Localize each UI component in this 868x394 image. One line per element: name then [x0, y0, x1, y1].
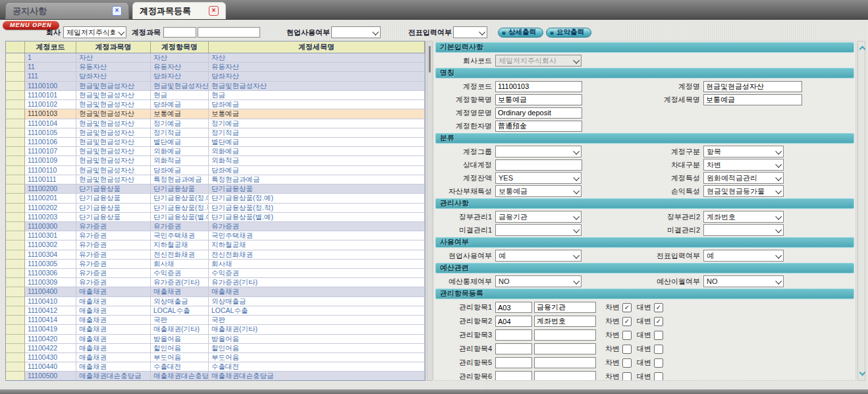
- account-code-from-input[interactable]: [163, 27, 196, 38]
- chevron-down-icon[interactable]: [773, 163, 783, 167]
- mgmt-item-name-field[interactable]: [534, 371, 596, 381]
- row-selector[interactable]: [6, 344, 25, 353]
- debit-checkbox[interactable]: ✓: [622, 317, 632, 326]
- account-character-select[interactable]: 원화예적금관리: [703, 172, 784, 184]
- chevron-down-icon[interactable]: [773, 150, 783, 154]
- row-selector[interactable]: [6, 147, 25, 156]
- account-item-field[interactable]: [495, 94, 582, 105]
- credit-checkbox[interactable]: [654, 358, 663, 368]
- table-row[interactable]: 11100102 현금및현금성자산 당좌예금 당좌예금: [6, 100, 425, 109]
- row-selector[interactable]: [6, 306, 25, 316]
- row-selector[interactable]: [6, 63, 25, 72]
- chevron-down-icon[interactable]: [570, 150, 581, 154]
- row-selector[interactable]: [6, 91, 25, 100]
- row-selector[interactable]: [6, 278, 25, 287]
- counter-account-field[interactable]: [495, 159, 582, 171]
- row-selector[interactable]: [6, 213, 25, 222]
- budget-control-select[interactable]: NO: [495, 275, 582, 287]
- table-row[interactable]: 11100109 현금및현금성자산 외화적금 외화적금: [6, 156, 425, 165]
- credit-checkbox[interactable]: [654, 372, 663, 381]
- close-icon[interactable]: ×: [112, 6, 122, 16]
- table-row[interactable]: 11100306 유가증권 수익증권 수익증권: [6, 269, 425, 278]
- table-row[interactable]: 11 유동자산 유동자산 유동자산: [6, 63, 425, 72]
- debit-checkbox[interactable]: [622, 372, 632, 381]
- row-selector[interactable]: [6, 362, 25, 372]
- table-row[interactable]: 11100302 유가증권 지하철공채 지하철공채: [6, 240, 425, 250]
- mgmt-item-code-field[interactable]: [495, 316, 532, 327]
- account-name-field[interactable]: [703, 81, 802, 92]
- row-selector[interactable]: [6, 175, 25, 184]
- row-selector[interactable]: [6, 325, 25, 334]
- row-selector[interactable]: [6, 82, 25, 91]
- chevron-down-icon[interactable]: [773, 189, 783, 194]
- row-selector[interactable]: [6, 100, 25, 109]
- row-selector[interactable]: [6, 240, 25, 250]
- table-row[interactable]: 11100105 현금및현금성자산 정기적금 정기적금: [6, 128, 425, 138]
- slip-entry-select[interactable]: [453, 26, 487, 38]
- chevron-down-icon[interactable]: [773, 176, 783, 181]
- row-selector[interactable]: [6, 260, 25, 269]
- row-selector[interactable]: [6, 372, 25, 381]
- table-row[interactable]: 11100414 매출채권 국판 국판: [6, 316, 425, 325]
- table-row[interactable]: 11100104 현금및현금성자산 정기예금 정기예금: [6, 119, 425, 128]
- chevron-up-icon[interactable]: [859, 46, 865, 53]
- mgmt-item-name-field[interactable]: [534, 316, 596, 327]
- account-english-field[interactable]: [495, 107, 582, 119]
- company-select[interactable]: 제일저지주식회사: [63, 26, 126, 38]
- account-name-input[interactable]: [198, 27, 260, 38]
- debit-checkbox[interactable]: ✓: [622, 303, 632, 312]
- row-selector[interactable]: [6, 250, 25, 260]
- table-row[interactable]: 11100440 매출채권 수출대전 수출대전: [6, 362, 425, 372]
- table-scrollbar[interactable]: [427, 41, 433, 381]
- row-selector[interactable]: [6, 166, 25, 175]
- mgmt-item-name-field[interactable]: [534, 302, 596, 313]
- row-selector[interactable]: [6, 72, 25, 81]
- table-row[interactable]: 11100103 현금및현금성자산 보통예금 보통예금: [6, 109, 425, 119]
- field-use-select[interactable]: [331, 26, 381, 38]
- chevron-down-icon[interactable]: [570, 228, 581, 233]
- row-selector[interactable]: [6, 194, 25, 203]
- row-selector[interactable]: [6, 316, 25, 325]
- row-selector[interactable]: [6, 335, 25, 344]
- row-selector[interactable]: [6, 353, 25, 362]
- chevron-down-icon[interactable]: [570, 176, 581, 181]
- chevron-down-icon[interactable]: [570, 215, 581, 219]
- account-group-select[interactable]: [495, 146, 582, 157]
- account-hanja-field[interactable]: [495, 121, 582, 132]
- chevron-down-icon[interactable]: [773, 254, 783, 258]
- pending-mgmt2-select[interactable]: [703, 224, 784, 236]
- chevron-down-icon[interactable]: [773, 215, 783, 219]
- mgmt-item-code-field[interactable]: [495, 357, 532, 368]
- tab-notice[interactable]: 공지사항 ×: [5, 2, 129, 19]
- mgmt-item-name-field[interactable]: [534, 329, 596, 341]
- debit-checkbox[interactable]: [622, 331, 632, 340]
- table-row[interactable]: 11100410 매출채권 외상매출금 외상매출금: [6, 297, 425, 306]
- row-selector[interactable]: [6, 128, 25, 138]
- debit-checkbox[interactable]: [622, 358, 632, 368]
- field-use-panel-select[interactable]: 예: [495, 250, 582, 262]
- table-row[interactable]: 11100203 단기금융상품 단기금융상품(별.예) 단기금융상품(별.예): [6, 213, 425, 222]
- row-selector[interactable]: [6, 119, 25, 128]
- mgmt-item-code-field[interactable]: [495, 329, 532, 341]
- chevron-down-icon[interactable]: [115, 30, 126, 35]
- credit-checkbox[interactable]: ✓: [654, 317, 663, 326]
- account-balance-select[interactable]: YES: [495, 172, 582, 184]
- table-row[interactable]: 11100412 매출채권 LOCAL수출 LOCAL수출: [6, 306, 425, 316]
- mgmt-item-code-field[interactable]: [495, 343, 532, 354]
- table-row[interactable]: 11100110 현금및현금성자산 당좌예금 당좌예금: [6, 166, 425, 175]
- debit-checkbox[interactable]: [622, 345, 632, 354]
- mgmt-item-name-field[interactable]: [534, 343, 596, 354]
- pending-mgmt1-select[interactable]: [495, 224, 582, 236]
- row-selector[interactable]: [6, 184, 25, 194]
- close-icon[interactable]: ×: [209, 6, 219, 16]
- row-selector[interactable]: [6, 156, 25, 165]
- row-selector[interactable]: [6, 53, 25, 63]
- table-row[interactable]: 11100305 유가증권 회사채 회사채: [6, 260, 425, 269]
- credit-checkbox[interactable]: [654, 331, 663, 340]
- table-row[interactable]: 11100422 매출채권 할인어음 할인어음: [6, 344, 425, 353]
- summary-print-button[interactable]: 요약출력: [546, 28, 591, 38]
- table-row[interactable]: 11100201 단기금융상품 단기금융상품(정.예) 단기금융상품(정.예): [6, 194, 425, 203]
- row-selector[interactable]: [6, 109, 25, 119]
- detail-print-button[interactable]: 상세출력: [498, 28, 543, 38]
- row-selector[interactable]: [6, 231, 25, 240]
